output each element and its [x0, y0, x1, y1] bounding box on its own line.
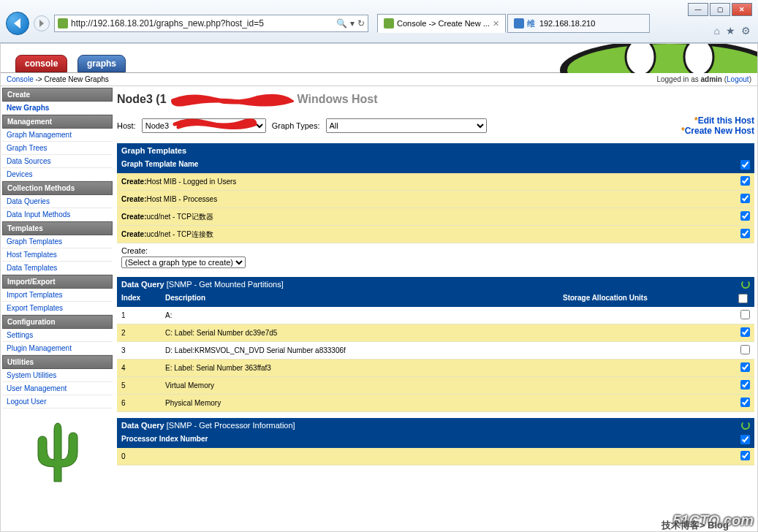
svg-point-3: [684, 43, 713, 73]
host-select[interactable]: Node3: [142, 118, 266, 133]
dq1-row[interactable]: 1A:: [117, 307, 754, 324]
tab-badge: 维: [527, 18, 535, 29]
create-host-link[interactable]: *Create New Host: [681, 126, 754, 136]
sidebar-host-templates[interactable]: Host Templates: [2, 248, 113, 262]
select-all-checkbox[interactable]: [738, 294, 748, 303]
dropdown-icon[interactable]: ▾: [350, 18, 355, 28]
graphs-tab[interactable]: graphs: [77, 55, 126, 72]
row-checkbox[interactable]: [740, 310, 750, 319]
select-all-checkbox[interactable]: [740, 160, 750, 170]
home-icon[interactable]: ⌂: [714, 25, 720, 37]
sidebar-data-input-methods[interactable]: Data Input Methods: [2, 208, 113, 221]
tab-favicon-icon: [514, 18, 524, 28]
sidebar-logout-user[interactable]: Logout User: [2, 395, 113, 408]
row-checkbox[interactable]: [740, 229, 750, 238]
row-checkbox[interactable]: [740, 451, 750, 460]
sidebar-devices[interactable]: Devices: [2, 168, 113, 181]
search-icon[interactable]: 🔍: [336, 18, 347, 28]
console-tab[interactable]: console: [15, 55, 67, 72]
graph-templates-header: Graph Templates: [117, 143, 754, 158]
graph-template-row[interactable]: Create: Host MIB - Processes: [117, 191, 754, 208]
side-head-templates: Templates: [2, 221, 113, 235]
graph-templates-columns: Graph Template Name: [117, 158, 754, 173]
side-head-collection: Collection Methods: [2, 181, 113, 195]
row-checkbox[interactable]: [740, 194, 750, 203]
sidebar-data-queries[interactable]: Data Queries: [2, 195, 113, 208]
breadcrumb-current: Create New Graphs: [44, 75, 108, 83]
minimize-button[interactable]: —: [688, 3, 708, 16]
cactus-icon: [32, 416, 83, 489]
dq1-row[interactable]: 5Virtual Memory: [117, 377, 754, 395]
create-graph-select[interactable]: (Select a graph type to create): [121, 256, 246, 268]
tab-favicon-icon: [384, 18, 394, 28]
side-head-management: Management: [2, 115, 113, 129]
select-all-checkbox[interactable]: [740, 435, 750, 444]
chrome-toolbar: ⌂ ★ ⚙: [714, 25, 751, 37]
row-checkbox[interactable]: [740, 398, 750, 407]
tab-second[interactable]: 维 192.168.18.210: [507, 14, 650, 33]
redacted-scribble: [170, 92, 294, 108]
dq1-row[interactable]: 6Physical Memory: [117, 395, 754, 412]
dq1-header: Data Query [SNMP - Get Mounted Partition…: [117, 277, 754, 292]
dq2-header: Data Query [SNMP - Get Processor Informa…: [117, 418, 754, 433]
sidebar-new-graphs[interactable]: New Graphs: [2, 102, 113, 115]
dq2-columns: Processor Index Number: [117, 433, 754, 448]
sidebar-export-templates[interactable]: Export Templates: [2, 302, 113, 315]
site-icon: [58, 18, 68, 28]
forward-button[interactable]: [34, 15, 50, 31]
sidebar-plugin-management[interactable]: Plugin Management: [2, 342, 113, 355]
row-checkbox[interactable]: [740, 362, 750, 372]
graph-template-row[interactable]: Create: ucd/net - TCP连接数: [117, 226, 754, 243]
favorites-icon[interactable]: ★: [726, 25, 735, 37]
sidebar-user-management[interactable]: User Management: [2, 382, 113, 395]
sidebar-settings[interactable]: Settings: [2, 329, 113, 342]
dq1-row[interactable]: 4E: Label: Serial Number 363ffaf3: [117, 360, 754, 377]
watermark-cn: 技术博客> Blog: [662, 519, 729, 532]
sidebar-data-sources[interactable]: Data Sources: [2, 155, 113, 168]
tab-close-icon[interactable]: ✕: [493, 19, 499, 28]
action-links: *Edit this Host *Create New Host: [681, 115, 754, 136]
dq2-row[interactable]: 0: [117, 448, 754, 466]
breadcrumb-console[interactable]: Console: [7, 75, 34, 83]
graph-template-row[interactable]: Create: ucd/net - TCP记数器: [117, 208, 754, 226]
sidebar-system-utilities[interactable]: System Utilities: [2, 369, 113, 382]
refresh-icon[interactable]: ↻: [357, 18, 365, 28]
address-bar[interactable]: http://192.168.18.201/graphs_new.php?hos…: [54, 15, 368, 32]
page: console graphs Console -> Create New Gra…: [0, 43, 758, 532]
host-label: Host:: [117, 121, 136, 130]
row-checkbox[interactable]: [740, 380, 750, 390]
sidebar-graph-templates[interactable]: Graph Templates: [2, 235, 113, 248]
tab-cacti[interactable]: Console -> Create New ... ✕: [377, 14, 506, 33]
sidebar-data-templates[interactable]: Data Templates: [2, 262, 113, 275]
back-button[interactable]: [6, 12, 29, 35]
gear-icon[interactable]: ⚙: [741, 25, 751, 37]
close-button[interactable]: ✕: [732, 3, 752, 16]
sidebar: Create New Graphs Management Graph Manag…: [1, 86, 114, 498]
edit-host-link[interactable]: *Edit this Host: [681, 115, 754, 126]
login-info: Logged in as admin (Logout): [656, 75, 751, 83]
row-checkbox[interactable]: [740, 327, 750, 337]
dq1-row[interactable]: 2C: Label: Serial Number dc39e7d5: [117, 324, 754, 342]
svg-point-2: [626, 43, 655, 73]
graph-template-row[interactable]: Create: Host MIB - Logged in Users: [117, 173, 754, 191]
sidebar-graph-trees[interactable]: Graph Trees: [2, 142, 113, 155]
graph-types-select[interactable]: All: [326, 118, 487, 133]
dq1-row[interactable]: 3D: Label:KRMSVOL_CN_DVD Serial Number a…: [117, 342, 754, 360]
browser-chrome: — ▢ ✕ http://192.168.18.201/graphs_new.p…: [0, 0, 758, 43]
row-checkbox[interactable]: [740, 176, 750, 186]
maximize-button[interactable]: ▢: [710, 3, 730, 16]
graph-types-label: Graph Types:: [272, 121, 320, 130]
breadcrumb-sep: ->: [35, 75, 42, 83]
cacti-logo-decor: [465, 43, 757, 73]
row-checkbox[interactable]: [740, 345, 750, 354]
refresh-icon[interactable]: [741, 280, 750, 289]
create-graph-row: Create: (Select a graph type to create): [117, 243, 754, 271]
host-selector-row: Host: Node3 Graph Types: All *Edit this …: [117, 115, 754, 136]
logout-link[interactable]: Logout: [727, 75, 749, 83]
refresh-icon[interactable]: [741, 421, 750, 430]
side-head-create: Create: [2, 88, 113, 102]
browser-tabs: Console -> Create New ... ✕ 维 192.168.18…: [377, 14, 650, 33]
sidebar-graph-management[interactable]: Graph Management: [2, 129, 113, 142]
row-checkbox[interactable]: [740, 211, 750, 221]
sidebar-import-templates[interactable]: Import Templates: [2, 289, 113, 302]
